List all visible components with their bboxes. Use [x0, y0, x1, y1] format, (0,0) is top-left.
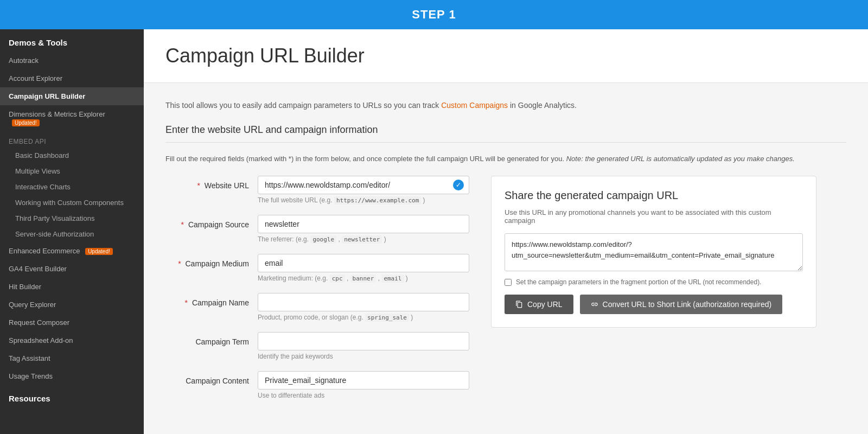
required-star-name: * [185, 298, 188, 307]
sidebar-item-autotrack[interactable]: Autotrack [0, 52, 144, 69]
sidebar-item-query-explorer[interactable]: Query Explorer [0, 296, 144, 314]
fragment-checkbox-label: Set the campaign parameters in the fragm… [516, 278, 761, 286]
generated-url-textarea[interactable] [505, 233, 803, 271]
sidebar-item-working-custom-components[interactable]: Working with Custom Components [0, 195, 144, 210]
website-url-wrapper: ✓ [258, 176, 469, 194]
sidebar-item-usage-trends[interactable]: Usage Trends [0, 367, 144, 385]
sidebar-item-ga4-event-builder[interactable]: GA4 Event Builder [0, 260, 144, 278]
sidebar-item-account-explorer[interactable]: Account Explorer [0, 69, 144, 87]
share-box-title: Share the generated campaign URL [505, 189, 803, 202]
link-icon [591, 301, 598, 308]
website-url-input-col: ✓ The full website URL (e.g. https://www… [258, 176, 469, 204]
campaign-term-label: Campaign Term [165, 332, 258, 346]
page-title: Campaign URL Builder [165, 44, 846, 67]
custom-campaigns-link[interactable]: Custom Campaigns [441, 101, 508, 110]
action-buttons: Copy URL Convert URL to Short Link (auth… [505, 295, 803, 314]
share-box-desc: Use this URL in any promotional channels… [505, 208, 803, 225]
required-star-source: * [181, 220, 184, 229]
website-url-hint: The full website URL (e.g. https://www.e… [258, 196, 469, 204]
main-content: Campaign URL Builder This tool allows yo… [144, 29, 868, 434]
required-star-medium: * [178, 259, 181, 268]
campaign-medium-label: * Campaign Medium [165, 254, 258, 268]
campaign-name-label: * Campaign Name [165, 293, 258, 307]
campaign-medium-input-col: Marketing medium: (e.g. cpc , banner , e… [258, 254, 469, 282]
sidebar-item-tag-assistant[interactable]: Tag Assistant [0, 349, 144, 367]
section-heading: Enter the website URL and campaign infor… [165, 124, 846, 136]
sidebar-section-resources: Resources [0, 385, 144, 407]
campaign-term-row: Campaign Term Identify the paid keywords [165, 332, 469, 360]
sidebar-item-third-party[interactable]: Third Party Visualizations [0, 210, 144, 226]
website-url-label: * Website URL [165, 176, 258, 190]
campaign-medium-input[interactable] [258, 254, 469, 272]
campaign-content-input-col: Use to differentiate ads [258, 371, 469, 399]
campaign-name-hint: Product, promo code, or slogan (e.g. spr… [258, 314, 469, 321]
sidebar-section-demos: Demos & Tools [0, 29, 144, 52]
campaign-form: * Website URL ✓ The full website URL (e.… [165, 176, 469, 410]
sidebar-item-hit-builder[interactable]: Hit Builder [0, 278, 144, 296]
page-header: Campaign URL Builder [144, 29, 868, 83]
website-url-input[interactable] [258, 176, 469, 194]
campaign-medium-hint: Marketing medium: (e.g. cpc , banner , e… [258, 275, 469, 282]
campaign-term-input-col: Identify the paid keywords [258, 332, 469, 360]
campaign-term-input[interactable] [258, 332, 469, 350]
sidebar-item-multiple-views[interactable]: Multiple Views [0, 163, 144, 179]
campaign-source-hint: The referrer: (e.g. google , newsletter … [258, 235, 469, 243]
url-check-icon: ✓ [453, 180, 464, 190]
campaign-content-label: Campaign Content [165, 371, 258, 385]
campaign-name-input-col: Product, promo code, or slogan (e.g. spr… [258, 293, 469, 321]
campaign-name-input[interactable] [258, 293, 469, 311]
section-divider [165, 142, 846, 143]
top-bar: STEP 1 [0, 0, 868, 29]
campaign-name-row: * Campaign Name Product, promo code, or … [165, 293, 469, 321]
page-description: This tool allows you to easily add campa… [165, 99, 846, 111]
campaign-term-hint: Identify the paid keywords [258, 353, 469, 360]
campaign-medium-row: * Campaign Medium Marketing medium: (e.g… [165, 254, 469, 282]
convert-short-link-button[interactable]: Convert URL to Short Link (authorization… [580, 295, 783, 314]
fragment-checkbox[interactable] [505, 279, 512, 286]
dimensions-metrics-badge: Updated! [12, 119, 40, 126]
campaign-source-label: * Campaign Source [165, 215, 258, 229]
sidebar-item-interactive-charts[interactable]: Interactive Charts [0, 179, 144, 195]
sidebar-item-spreadsheet-add-on[interactable]: Spreadsheet Add-on [0, 331, 144, 349]
campaign-source-input-col: The referrer: (e.g. google , newsletter … [258, 215, 469, 243]
sidebar-item-request-composer[interactable]: Request Composer [0, 314, 144, 331]
share-col: Share the generated campaign URL Use thi… [491, 176, 816, 328]
sidebar-item-enhanced-ecommerce[interactable]: Enhanced Ecommerce Updated! [0, 242, 144, 260]
campaign-source-input[interactable] [258, 215, 469, 233]
sidebar-section-embed: Embed API [0, 131, 144, 148]
copy-url-label: Copy URL [527, 300, 563, 309]
website-url-row: * Website URL ✓ The full website URL (e.… [165, 176, 469, 204]
sidebar-item-basic-dashboard[interactable]: Basic Dashboard [0, 148, 144, 163]
sidebar: Demos & Tools Autotrack Account Explorer… [0, 29, 144, 434]
page-body: This tool allows you to easily add campa… [144, 83, 868, 426]
fragment-checkbox-row: Set the campaign parameters in the fragm… [505, 278, 803, 286]
campaign-content-row: Campaign Content Use to differentiate ad… [165, 371, 469, 399]
share-box: Share the generated campaign URL Use thi… [491, 176, 816, 328]
copy-icon [515, 301, 523, 308]
copy-url-button[interactable]: Copy URL [505, 295, 573, 314]
campaign-content-hint: Use to differentiate ads [258, 392, 469, 399]
sidebar-item-dimensions-metrics[interactable]: Dimensions & Metrics Explorer Updated! [0, 105, 144, 131]
step-label: STEP 1 [412, 8, 456, 21]
form-share-layout: * Website URL ✓ The full website URL (e.… [165, 176, 846, 410]
short-link-label: Convert URL to Short Link (authorization… [603, 300, 772, 309]
enhanced-ecommerce-badge: Updated! [85, 248, 113, 255]
required-star: * [197, 181, 200, 190]
campaign-source-row: * Campaign Source The referrer: (e.g. go… [165, 215, 469, 243]
sidebar-item-server-side[interactable]: Server-side Authorization [0, 226, 144, 242]
sidebar-item-campaign-url-builder[interactable]: Campaign URL Builder [0, 87, 144, 105]
form-instructions: Fill out the required fields (marked wit… [165, 154, 846, 165]
campaign-content-input[interactable] [258, 371, 469, 390]
